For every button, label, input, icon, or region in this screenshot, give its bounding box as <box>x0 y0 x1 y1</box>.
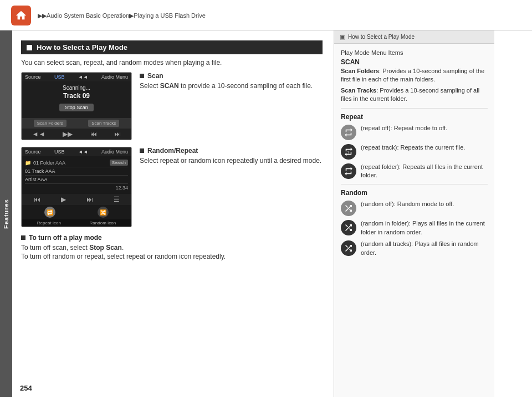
home-svg <box>15 9 27 22</box>
scan-source: Source <box>25 74 41 80</box>
rr-search: Search <box>110 160 128 166</box>
divider2 <box>341 184 488 184</box>
track-text: Track 09 <box>26 92 127 100</box>
scan-bottom-btns: Scan Folders Scan Tracks <box>22 118 131 129</box>
stop-scan-btn: Stop Scan <box>59 104 94 111</box>
scan-audio-menu: Audio Menu <box>101 74 128 80</box>
heading-square <box>27 45 32 50</box>
rr-desc: Random/Repeat Select repeat or random ic… <box>140 147 323 227</box>
scan-topbar: Source USB ◄◄ Audio Menu <box>22 73 131 81</box>
rr-row3: Artist AAA <box>25 176 128 184</box>
scan-desc: Scan Select SCAN Select SCAN to provide … <box>140 72 323 140</box>
rr-time: 12:34 <box>25 184 128 192</box>
stop-scan-bold: Stop Scan <box>89 244 122 252</box>
turn-off-line1: To turn off scan, select Stop Scan. <box>21 244 323 252</box>
scan-sub-label: Scan <box>147 72 163 80</box>
left-content: How to Select a Play Mode You can select… <box>12 30 334 397</box>
rr-vol: ◄◄ <box>78 149 88 155</box>
rr-content: 📁 01 Folder AAA Search 01 Track AAA Arti… <box>22 156 131 194</box>
right-sidebar: ▣ How to Select a Play Mode Play Mode Me… <box>334 30 494 397</box>
scan-usb: USB <box>54 74 65 80</box>
turn-off-head: To turn off a play mode <box>21 234 323 242</box>
rr-section: Source USB ◄◄ Audio Menu 📁 01 Folder AAA… <box>21 147 323 227</box>
random-off-label: (random off): Random mode to off. <box>361 200 488 208</box>
repeat-track-icon: 1 <box>341 144 356 160</box>
scan-tracks-label: Scan Tracks <box>341 87 376 94</box>
scan-section: Source USB ◄◄ Audio Menu Scanning... Tra… <box>21 72 323 140</box>
sidebar-body: Play Mode Menu Items SCAN Scan Folders: … <box>334 44 494 266</box>
repeat-track-label: (repeat track): Repeats the current file… <box>361 143 488 152</box>
scan-bold-title: SCAN <box>341 58 488 66</box>
rr-audio: Audio Menu <box>101 149 128 155</box>
repeat-folder-label: (repeat folder): Repeats all files in th… <box>361 163 488 180</box>
breadcrumb: ▶▶Audio System Basic Operation▶Playing a… <box>38 12 206 19</box>
side-tab: Features <box>0 30 12 397</box>
repeat-title: Repeat <box>341 113 488 121</box>
rr-controls: ⏮ ▶ ⏭ ☰ <box>22 194 131 205</box>
random-folder-icon <box>341 220 356 235</box>
svg-text:1: 1 <box>347 151 349 154</box>
rr-sub-label: Random/Repeat <box>147 147 198 155</box>
rr-track: 01 Track AAA <box>25 168 55 174</box>
scan-nav-row: ◄◄ ▶▶ ⏮ ⏭ <box>22 129 131 140</box>
rr-desc-text: Select repeat or random icon repeatedly … <box>140 157 323 165</box>
repeat-caption: Repeat Icon <box>37 220 61 225</box>
home-icon[interactable] <box>11 6 31 25</box>
rr-folder: 01 Folder AAA <box>33 160 65 166</box>
scanning-text: Scanning... <box>26 85 127 91</box>
random-all-row: (random all tracks): Plays all files in … <box>341 240 488 257</box>
random-off-row: (random off): Random mode to off. <box>341 200 488 216</box>
scan-folders-desc: Scan Folders: Provides a 10-second sampl… <box>341 67 488 84</box>
turn-off-sq <box>21 235 25 240</box>
page-number: 254 <box>20 384 32 392</box>
rr-usb: USB <box>54 149 65 155</box>
repeat-off-row: (repeat off): Repeat mode to off. <box>341 124 488 140</box>
play-mode-title: Play Mode Menu Items <box>341 49 488 56</box>
scan-bold: SCAN <box>160 82 179 90</box>
rr-sq <box>140 148 144 153</box>
repeat-icon-btn[interactable]: 🔁 <box>44 207 55 218</box>
rr-subhead: Random/Repeat <box>140 147 323 155</box>
intro-text: You can select scan, repeat, and random … <box>21 59 323 66</box>
scan-folders-label: Scan Folders <box>341 68 379 74</box>
rr-artist: Artist AAA <box>25 177 48 182</box>
random-icon-btn[interactable]: 🔀 <box>98 207 109 218</box>
random-folder-label: (random in folder): Plays all files in t… <box>361 219 488 237</box>
rr-caption-row: Repeat Icon Random Icon <box>22 219 131 227</box>
random-caption: Random Icon <box>90 220 116 225</box>
random-title: Random <box>341 189 488 197</box>
sidebar-header: ▣ How to Select a Play Mode <box>334 30 494 44</box>
rr-source: Source <box>25 149 41 155</box>
repeat-folder-row: (repeat folder): Repeats all files in th… <box>341 163 488 180</box>
repeat-off-icon <box>341 125 356 140</box>
turn-off-section: To turn off a play mode To turn off scan… <box>21 234 323 260</box>
scan-tracks-desc: Scan Tracks: Provides a 10-second sampli… <box>341 86 488 104</box>
main-content: Features How to Select a Play Mode You c… <box>0 30 532 397</box>
scan-desc-text: Select SCAN Select SCAN to provide a 10-… <box>140 82 323 90</box>
rr-topbar: Source USB ◄◄ Audio Menu <box>22 147 131 156</box>
sidebar-icon: ▣ <box>340 33 345 40</box>
repeat-track-row: 1 (repeat track): Repeats the current fi… <box>341 143 488 160</box>
scan-vol: ◄◄ <box>78 74 88 80</box>
random-all-icon <box>341 240 356 256</box>
scan-folders-btn: Scan Folders <box>34 120 66 127</box>
scan-sq <box>140 74 144 78</box>
random-folder-row: (random in folder): Plays all files in t… <box>341 219 488 237</box>
random-off-icon <box>341 201 356 216</box>
turn-off-line2: To turn off random or repeat, select rep… <box>21 253 323 260</box>
folder-icon: 📁 <box>25 160 31 166</box>
divider1 <box>341 108 488 109</box>
repeat-folder-icon <box>341 163 356 179</box>
scan-subhead: Scan <box>140 72 323 80</box>
rr-row2: 01 Track AAA <box>25 167 128 176</box>
rr-row1: 📁 01 Folder AAA Search <box>25 158 128 167</box>
rr-icons-row: 🔁 🔀 <box>22 205 131 219</box>
repeat-off-label: (repeat off): Repeat mode to off. <box>361 124 488 132</box>
section-heading: How to Select a Play Mode <box>21 40 323 54</box>
random-all-label: (random all tracks): Plays all files in … <box>361 240 488 257</box>
scan-screen-mockup: Source USB ◄◄ Audio Menu Scanning... Tra… <box>21 72 132 140</box>
rr-screen-mockup: Source USB ◄◄ Audio Menu 📁 01 Folder AAA… <box>21 147 132 227</box>
scan-main: Scanning... Track 09 Stop Scan <box>22 81 131 118</box>
section-title: How to Select a Play Mode <box>37 43 127 52</box>
header: ▶▶Audio System Basic Operation▶Playing a… <box>0 0 532 30</box>
